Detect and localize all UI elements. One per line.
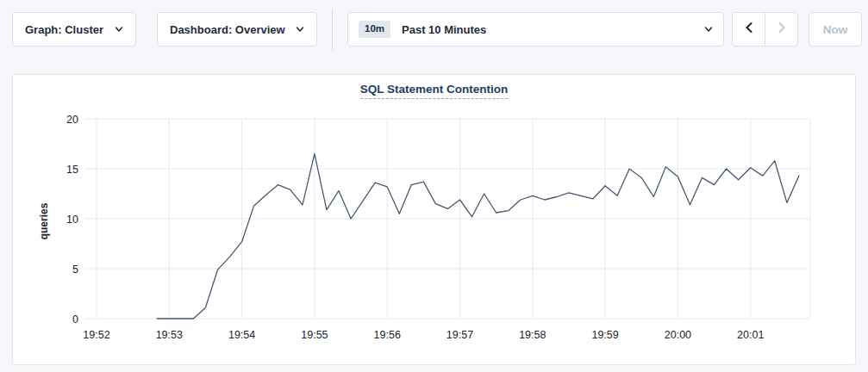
dashboard-dropdown[interactable]: Dashboard: Overview [157, 12, 317, 46]
time-range-selector[interactable]: 10m Past 10 Minutes [347, 12, 724, 46]
svg-text:19:57: 19:57 [446, 329, 473, 341]
chevron-down-icon [296, 25, 304, 34]
svg-text:20:00: 20:00 [665, 329, 691, 341]
svg-text:queries: queries [38, 202, 50, 239]
svg-text:10: 10 [66, 214, 78, 226]
svg-text:15: 15 [66, 164, 78, 176]
svg-text:19:54: 19:54 [228, 329, 255, 341]
svg-text:20: 20 [66, 114, 78, 126]
now-button[interactable]: Now [809, 12, 862, 46]
svg-text:19:56: 19:56 [374, 329, 401, 341]
previous-time-window-button[interactable] [733, 13, 765, 46]
now-button-label: Now [823, 23, 848, 36]
svg-text:19:58: 19:58 [519, 329, 546, 341]
svg-text:5: 5 [72, 264, 78, 276]
dashboard-dropdown-label: Dashboard: Overview [170, 23, 285, 36]
svg-text:0: 0 [72, 313, 78, 326]
chevron-right-icon [777, 22, 787, 37]
time-range-badge: 10m [359, 21, 390, 38]
top-toolbar: Graph: Cluster Dashboard: Overview 10m P… [0, 0, 868, 62]
svg-text:20:01: 20:01 [737, 329, 764, 341]
chart-card: SQL Statement Contention 0510152019:5219… [12, 74, 856, 365]
svg-text:19:52: 19:52 [83, 329, 109, 341]
next-time-window-button[interactable] [765, 13, 797, 46]
graph-dropdown-label: Graph: Cluster [25, 23, 103, 36]
toolbar-divider [332, 9, 333, 50]
chevron-down-icon [704, 25, 713, 34]
chevron-left-icon [744, 22, 754, 37]
graph-dropdown[interactable]: Graph: Cluster [12, 12, 136, 46]
time-window-pager [732, 12, 798, 46]
svg-text:19:53: 19:53 [156, 329, 183, 341]
chevron-down-icon [115, 25, 123, 34]
svg-text:19:59: 19:59 [591, 329, 618, 341]
sql-statement-contention-chart[interactable]: 0510152019:5219:5319:5419:5519:5619:5719… [13, 75, 857, 366]
svg-text:19:55: 19:55 [301, 329, 328, 341]
time-range-label: Past 10 Minutes [402, 23, 693, 36]
